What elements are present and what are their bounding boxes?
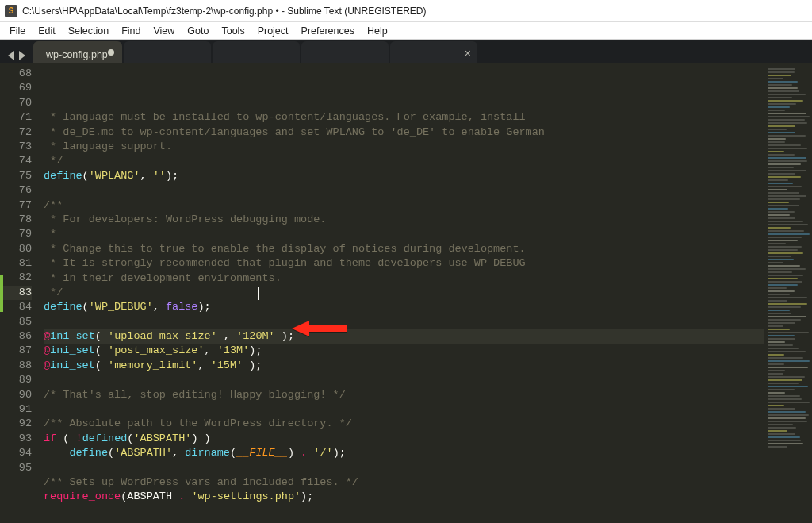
code-line[interactable]: /** — [44, 198, 764, 213]
minimap-line — [768, 430, 787, 432]
code-line[interactable]: /** Sets up WordPress vars and included … — [44, 475, 764, 490]
line-number-gutter[interactable]: 6869707172737475767778798081828384858687… — [0, 63, 40, 523]
minimap-line — [768, 268, 806, 270]
code-line[interactable]: require_once(ABSPATH . 'wp-settings.php'… — [44, 490, 764, 504]
menu-preferences[interactable]: Preferences — [295, 24, 361, 38]
code-line[interactable] — [44, 402, 764, 417]
minimap-line — [768, 214, 790, 216]
code-area[interactable]: * language must be installed to wp-conte… — [40, 63, 764, 523]
menu-edit[interactable]: Edit — [32, 24, 62, 38]
minimap-line — [768, 176, 801, 178]
code-line[interactable]: * Change this to true to enable the disp… — [44, 242, 764, 256]
minimap-line — [768, 148, 807, 149]
code-line[interactable]: * For developers: WordPress debugging mo… — [44, 213, 764, 227]
minimap-line — [768, 87, 798, 89]
code-line[interactable]: * — [44, 227, 764, 241]
line-number: 90 — [0, 388, 32, 402]
menu-file[interactable]: File — [3, 24, 32, 38]
minimap-line — [768, 319, 801, 321]
minimap-line — [768, 354, 784, 356]
menu-help[interactable]: Help — [361, 24, 394, 38]
minimap-line — [768, 389, 795, 390]
code-line[interactable]: * language support. — [44, 140, 764, 154]
minimap-line — [768, 230, 804, 232]
minimap-line — [768, 129, 787, 130]
minimap-line — [768, 246, 802, 248]
minimap-line — [768, 240, 798, 241]
code-line[interactable]: * language must be installed to wp-conte… — [44, 110, 764, 125]
minimap-line — [768, 135, 806, 137]
line-number: 79 — [0, 227, 32, 241]
code-line[interactable] — [44, 505, 764, 519]
minimap-line — [768, 100, 803, 102]
tab-label: wp-config.php — [46, 49, 108, 60]
code-line[interactable]: define('ABSPATH', dirname(__FILE__) . '/… — [44, 446, 764, 460]
minimap-line — [768, 78, 783, 79]
close-icon[interactable]: × — [465, 47, 471, 60]
minimap-line — [768, 316, 806, 317]
line-number: 85 — [0, 315, 32, 329]
code-line[interactable]: /** Absolute path to the WordPress direc… — [44, 417, 764, 431]
minimap-line — [768, 265, 800, 267]
code-line[interactable]: define('WPLANG', ''); — [44, 169, 764, 183]
minimap-line — [768, 310, 790, 311]
minimap-line — [768, 119, 805, 121]
minimap-line — [768, 373, 783, 375]
tab-unknown-4[interactable]: × — [390, 41, 477, 63]
minimap[interactable] — [764, 63, 812, 523]
minimap-line — [768, 94, 806, 95]
minimap-line — [768, 75, 791, 76]
minimap-line — [768, 383, 799, 384]
code-line[interactable]: * in their development environments. — [44, 271, 764, 286]
minimap-line — [768, 284, 798, 286]
line-number: 77 — [0, 198, 32, 213]
minimap-line — [768, 392, 785, 394]
line-number: 94 — [0, 446, 32, 460]
minimap-line — [768, 71, 795, 73]
minimap-line — [768, 125, 795, 127]
minimap-line — [768, 332, 809, 333]
tab-unknown-1[interactable] — [124, 41, 211, 63]
menu-project[interactable]: Project — [251, 24, 295, 38]
menu-find[interactable]: Find — [115, 24, 147, 38]
code-line[interactable]: define('WP_DEBUG', false); — [44, 300, 764, 314]
minimap-line — [768, 208, 788, 210]
code-line[interactable]: * It is strongly recommended that plugin… — [44, 256, 764, 271]
minimap-line — [768, 360, 810, 362]
tab-unknown-3[interactable] — [301, 41, 389, 63]
line-number: 72 — [0, 125, 32, 140]
line-number: 84 — [0, 300, 32, 314]
menu-goto[interactable]: Goto — [181, 24, 215, 38]
menu-view[interactable]: View — [147, 24, 181, 38]
code-line[interactable]: if ( !defined('ABSPATH') ) — [44, 432, 764, 446]
menu-selection[interactable]: Selection — [62, 24, 115, 38]
code-line[interactable]: @ini_set( 'post_max_size', '13M'); — [44, 344, 764, 358]
tab-unknown-2[interactable] — [213, 41, 300, 63]
nav-forward-icon[interactable] — [19, 51, 25, 60]
tab-wp-config[interactable]: wp-config.php — [33, 41, 122, 63]
minimap-line — [768, 154, 795, 156]
code-line[interactable]: */ — [44, 154, 764, 168]
nav-back-icon[interactable] — [8, 51, 14, 60]
minimap-line — [768, 376, 805, 378]
code-line[interactable]: @ini_set( 'memory_limit', '15M' ); — [44, 359, 764, 373]
menu-tools[interactable]: Tools — [215, 24, 251, 38]
code-line[interactable] — [44, 373, 764, 387]
code-line[interactable] — [44, 183, 764, 198]
code-line[interactable]: @ini_set( 'upload_max_size' , '120M' ); — [44, 329, 764, 344]
minimap-line — [768, 183, 793, 184]
minimap-line — [768, 386, 808, 387]
code-line[interactable] — [44, 461, 764, 475]
line-number: 69 — [0, 81, 32, 95]
minimap-line — [768, 221, 803, 222]
window-title-text: C:\Users\HP\AppData\Local\Temp\fz3temp-2… — [22, 6, 427, 17]
minimap-line — [768, 227, 791, 229]
minimap-line — [768, 275, 803, 276]
menu-bar: File Edit Selection Find View Goto Tools… — [0, 22, 812, 40]
minimap-line — [768, 81, 798, 83]
code-line[interactable]: * de_DE.mo to wp-content/languages and s… — [44, 125, 764, 140]
minimap-line — [768, 306, 801, 308]
code-line[interactable]: /* That's all, stop editing! Happy blogg… — [44, 388, 764, 402]
code-line[interactable]: */ — [44, 286, 764, 300]
code-line[interactable] — [44, 315, 764, 329]
